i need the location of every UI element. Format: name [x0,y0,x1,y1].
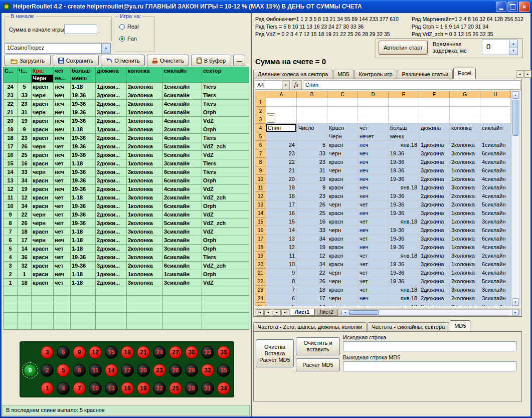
sheet-tab-2[interactable]: Лист2 [314,309,338,316]
delay-up-button[interactable]: ▲ [509,40,517,48]
history-row[interactable]: 826чернчет19-363дюжи...2колонка5сиклайнV… [4,219,249,228]
excel-cell-D13[interactable]: чет [358,200,389,209]
close-button[interactable]: × [519,2,529,12]
excel-cell-F3[interactable] [419,115,450,124]
excel-cell-B24[interactable]: 17 [297,294,327,303]
excel-cell-A14[interactable]: 16 [266,209,297,218]
excel-cell-A8[interactable]: 22 [266,158,297,166]
excel-cell-C16[interactable]: черн [327,226,358,235]
excel-cell-E15[interactable]: янв.18 [389,218,419,226]
board-number-20[interactable]: 20 [137,364,150,377]
excel-cell-F18[interactable]: 2дюжина [419,243,450,252]
excel-cell-B3[interactable] [297,115,327,124]
history-row[interactable]: 21красннеч1-181дюжи...1колонка1сиклайнOr… [4,270,249,279]
history-row[interactable]: 1334краснчет19-363дюжи...1колонка6сиклай… [4,176,249,185]
excel-cell-H11[interactable]: 2сиклайн [480,183,511,192]
excel-col-header-B[interactable]: B [297,91,327,98]
excel-cell-H20[interactable]: 6сиклайн [480,260,511,269]
excel-cell-F12[interactable]: 2дюжина [419,192,450,200]
excel-row-header-1[interactable]: 1 [255,98,266,107]
casino-select[interactable]: 1CasinoTropez ▼ [5,43,111,54]
excel-cell-E5[interactable]: менш [389,132,419,141]
excel-cell-G1[interactable] [450,98,480,107]
excel-cell-G24[interactable]: 2колонка [450,294,480,303]
radio-fan[interactable]: Fan [119,36,137,42]
board-number-13[interactable]: 13 [105,382,118,395]
excel-row-header-14[interactable]: 14 [255,209,266,218]
vscroll-thumb[interactable] [512,100,518,136]
excel-cell-G25[interactable]: 2колонка [450,303,480,307]
board-number-9[interactable]: 9 [73,346,86,359]
excel-cell-B21[interactable]: 22 [297,269,327,277]
board-number-27[interactable]: 27 [169,346,182,359]
excel-cell-E13[interactable]: 19-36 [389,200,419,209]
excel-cell-C21[interactable]: черн [327,269,358,277]
excel-cell-B5[interactable] [297,132,327,141]
excel-cell-B4[interactable]: Число [297,124,327,132]
cell-name-box[interactable]: A4 ▼ [255,80,290,90]
excel-cell-A1[interactable] [266,98,297,107]
board-number-1[interactable]: 1 [41,382,54,395]
excel-cell-G13[interactable]: 2колонка [450,200,480,209]
excel-cell-H17[interactable]: 6сиклайн [480,235,511,243]
excel-cell-B20[interactable]: 34 [297,260,327,269]
excel-cell-D5[interactable]: нечет [358,132,389,141]
save-button[interactable]: Сохранить [53,55,99,66]
excel-cell-D12[interactable]: неч [358,192,389,200]
excel-cell-A10[interactable]: 20 [266,175,297,183]
excel-cell-E6[interactable]: янв.18 [389,141,419,149]
excel-cell-H25[interactable]: 3сиклайн [480,303,511,307]
formula-bar-input[interactable]: Спин [303,80,520,90]
excel-cell-H19[interactable]: 2сиклайн [480,252,511,260]
excel-cell-H22[interactable]: 5сиклайн [480,277,511,286]
excel-cell-F20[interactable]: 3дюжина [419,260,450,269]
excel-cell-H18[interactable]: 4сиклайн [480,243,511,252]
excel-row-header-3[interactable]: 3 [255,115,266,124]
history-row[interactable]: 617черннеч1-182дюжи...2колонка3сиклайнOr… [4,236,249,245]
excel-cell-C19[interactable]: красн [327,252,358,260]
history-row[interactable]: 514краснчет1-182дюжи...2колонка3сиклайнO… [4,245,249,253]
excel-cell-D23[interactable]: чет [358,286,389,294]
delay-spinbox[interactable]: 0 ▲ ▼ [482,40,518,55]
excel-cell-E10[interactable]: 19-36 [389,175,419,183]
board-number-10[interactable]: 10 [89,382,102,395]
excel-cell-C8[interactable]: красн [327,158,358,166]
history-row[interactable]: 2333черннеч19-363дюжи...3колонка6сиклайн… [4,91,249,100]
excel-col-header-C[interactable]: C [327,91,358,98]
board-number-0[interactable]: 0 [24,364,37,377]
excel-cell-F1[interactable] [419,98,450,107]
sheet-nav-next-button[interactable]: ► [273,309,281,316]
excel-cell-G9[interactable]: 1колонка [450,166,480,175]
excel-cell-A19[interactable]: 11 [266,252,297,260]
excel-cell-C10[interactable]: красн [327,175,358,183]
excel-select-all-corner[interactable] [255,91,266,98]
excel-cell-D21[interactable]: чет [358,269,389,277]
excel-cell-B8[interactable]: 23 [297,158,327,166]
excel-cell-C23[interactable]: красн [327,286,358,294]
board-number-31[interactable]: 31 [201,382,214,395]
board-number-2[interactable]: 2 [41,364,54,377]
excel-cell-C12[interactable]: красн [327,192,358,200]
excel-cell-D9[interactable]: неч [358,166,389,175]
excel-cell-C4[interactable]: Красн [327,124,358,132]
name-box-dropdown-icon[interactable]: ▼ [282,81,289,89]
history-row[interactable]: 1112краснчет1-181дюжи...3колонка2сиклайн… [4,193,249,202]
excel-cell-B11[interactable]: 9 [297,183,327,192]
excel-cell-E23[interactable]: янв.18 [389,286,419,294]
excel-row-header-6[interactable]: 6 [255,141,266,149]
excel-cell-E4[interactable]: больш [389,124,419,132]
tab-freq-sixlines-sectors[interactable]: Частота - сиклайны, сектора [367,322,449,331]
excel-row-header-22[interactable]: 22 [255,277,266,286]
minimize-button[interactable] [496,2,506,12]
excel-cell-G16[interactable]: 3колонка [450,226,480,235]
tabs-scroll-left-button[interactable]: ◄ [516,70,523,78]
excel-cell-B14[interactable]: 25 [297,209,327,218]
history-row[interactable]: 718краснчет1-182дюжи...3колонка3сиклайнV… [4,228,249,236]
excel-cell-C13[interactable]: черн [327,200,358,209]
excel-cell-A7[interactable]: 23 [266,149,297,158]
excel-cell-E21[interactable]: 19-36 [389,269,419,277]
excel-row-header-19[interactable]: 19 [255,252,266,260]
history-row[interactable]: 1823красннеч19-362дюжи...2колонка4сиклай… [4,134,249,142]
excel-col-header-D[interactable]: D [358,91,389,98]
history-row[interactable]: 1625красннеч19-363дюжи...1колонка5сиклай… [4,151,249,159]
